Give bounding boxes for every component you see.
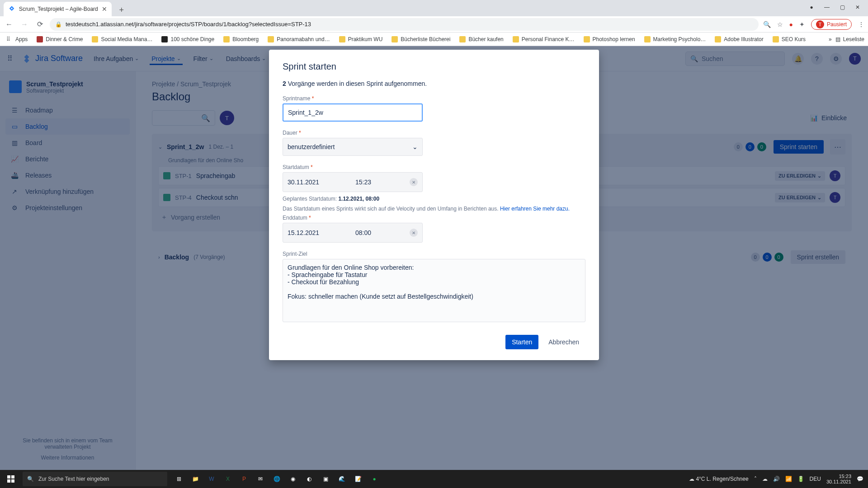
startdate-label: Startdatum * <box>283 164 585 170</box>
svg-rect-0 <box>7 475 10 479</box>
bookmark-item[interactable]: Bloomberg <box>221 36 261 42</box>
duration-select[interactable]: benutzerdefiniert⌄ <box>283 138 423 156</box>
bookmarks-bar: ⠿Apps Dinner & Crime Social Media Mana… … <box>0 33 868 46</box>
velocity-helper: Das Startdatum eines Sprints wirkt sich … <box>283 206 585 212</box>
onedrive-icon[interactable]: ☁ <box>762 476 768 482</box>
chevron-down-icon: ⌄ <box>412 143 418 150</box>
jira-favicon-icon <box>8 5 15 13</box>
apps-shortcut[interactable]: ⠿Apps <box>4 36 30 42</box>
profile-paused[interactable]: TPausiert <box>811 19 852 30</box>
clear-date-icon[interactable]: ✕ <box>410 229 418 237</box>
notepad-icon[interactable]: 📝 <box>351 472 365 486</box>
wifi-icon[interactable]: 📶 <box>785 476 792 482</box>
bookmark-item[interactable]: SEO Kurs <box>770 36 808 42</box>
start-button[interactable]: Starten <box>505 335 538 349</box>
reading-list-icon: ▤ <box>835 36 840 42</box>
browser-tab[interactable]: Scrum_Testprojekt – Agile-Board ✕ <box>4 2 112 16</box>
maximize-button[interactable]: ▢ <box>835 4 849 10</box>
windows-search[interactable]: 🔍Zur Suche Text hier eingeben <box>23 472 167 486</box>
cancel-button[interactable]: Abbrechen <box>542 335 585 349</box>
excel-icon[interactable]: X <box>221 472 235 486</box>
app-icon[interactable]: ◐ <box>302 472 316 486</box>
sprintname-input[interactable] <box>283 103 423 122</box>
bookmark-item[interactable]: 100 schöne Dinge <box>159 36 217 42</box>
minimize-button[interactable]: — <box>820 4 834 10</box>
enddate-label: Enddatum * <box>283 215 585 221</box>
end-date-input[interactable] <box>283 229 351 236</box>
reload-button[interactable]: ⟳ <box>34 19 45 30</box>
chrome-icon[interactable]: 🌐 <box>269 472 284 486</box>
svg-rect-1 <box>11 475 14 479</box>
start-sprint-modal: Sprint starten 2 Vorgänge werden in dies… <box>269 50 599 360</box>
browser-tab-bar: Scrum_Testprojekt – Agile-Board ✕ + ● — … <box>0 0 868 16</box>
svg-rect-3 <box>11 479 14 483</box>
clear-date-icon[interactable]: ✕ <box>410 178 418 186</box>
tray-chevron-icon[interactable]: ˄ <box>754 476 757 482</box>
edge-icon[interactable]: 🌊 <box>335 472 349 486</box>
word-icon[interactable]: W <box>204 472 219 486</box>
sprintname-label: Sprintname * <box>283 95 585 102</box>
mail-icon[interactable]: ✉ <box>253 472 268 486</box>
bookmark-item[interactable]: Marketing Psycholo… <box>642 36 709 42</box>
start-date-input[interactable] <box>283 178 351 186</box>
volume-icon[interactable]: 🔊 <box>773 476 780 482</box>
zoom-icon[interactable]: 🔍 <box>763 21 771 28</box>
close-window-button[interactable]: ✕ <box>851 4 864 10</box>
url-input[interactable]: 🔒 testdeutsch1.atlassian.net/jira/softwa… <box>50 18 759 31</box>
learn-more-link[interactable]: Hier erfahren Sie mehr dazu. <box>500 206 570 212</box>
planned-start-helper: Geplantes Startdatum: 1.12.2021, 08:00 <box>283 196 585 202</box>
spotify-icon[interactable]: ● <box>367 472 382 486</box>
apps-icon: ⠿ <box>6 36 13 42</box>
battery-icon[interactable]: 🔋 <box>797 476 804 482</box>
menu-icon[interactable]: ⋮ <box>858 21 864 28</box>
bookmark-item[interactable]: Social Media Mana… <box>89 36 155 42</box>
url-text: testdeutsch1.atlassian.net/jira/software… <box>66 21 311 28</box>
modal-overlay: Sprint starten 2 Vorgänge werden in dies… <box>0 46 868 470</box>
obs-icon[interactable]: ◉ <box>286 472 300 486</box>
bookmark-item[interactable]: Personal Finance K… <box>510 36 577 42</box>
reading-list[interactable]: ▤Leseliste <box>835 36 864 42</box>
search-icon: 🔍 <box>27 476 34 482</box>
start-time-input[interactable] <box>351 178 392 186</box>
modal-info: 2 Vorgänge werden in diesen Sprint aufge… <box>283 80 585 87</box>
address-bar: ← → ⟳ 🔒 testdeutsch1.atlassian.net/jira/… <box>0 16 868 33</box>
back-button[interactable]: ← <box>4 19 14 30</box>
task-view-icon[interactable]: ⊞ <box>172 472 186 486</box>
extensions-icon[interactable]: ✦ <box>799 21 805 28</box>
app-icon[interactable]: ▣ <box>318 472 333 486</box>
powerpoint-icon[interactable]: P <box>237 472 251 486</box>
bookmark-item[interactable]: Dinner & Crime <box>34 36 85 42</box>
window-controls: ● — ▢ ✕ <box>801 0 868 14</box>
notifications-tray-icon[interactable]: 💬 <box>857 476 863 482</box>
tab-close-icon[interactable]: ✕ <box>102 5 107 13</box>
bookmark-item[interactable]: Praktikum WU <box>336 36 386 42</box>
sprint-goal-textarea[interactable] <box>283 259 585 322</box>
start-button[interactable] <box>0 470 22 488</box>
weather-widget[interactable]: ☁ 4°C L. Regen/Schnee <box>689 476 749 482</box>
bookmark-item[interactable]: Bücher kaufen <box>457 36 506 42</box>
end-time-input[interactable] <box>351 229 392 236</box>
windows-icon <box>7 475 14 483</box>
explorer-icon[interactable]: 📁 <box>188 472 203 486</box>
svg-rect-2 <box>7 479 10 483</box>
bookmark-star-icon[interactable]: ☆ <box>777 21 783 28</box>
bookmark-item[interactable]: Photoshop lernen <box>581 36 638 42</box>
duration-label: Dauer * <box>283 130 585 136</box>
bookmark-item[interactable]: Adobe Illustrator <box>712 36 766 42</box>
windows-taskbar: 🔍Zur Suche Text hier eingeben ⊞ 📁 W X P … <box>0 470 868 488</box>
forward-button[interactable]: → <box>19 19 30 30</box>
account-dot-icon[interactable]: ● <box>805 4 818 10</box>
bookmark-item[interactable]: Panoramabahn und… <box>265 36 332 42</box>
modal-title: Sprint starten <box>283 61 585 72</box>
lock-icon: 🔒 <box>55 21 62 28</box>
language-indicator[interactable]: DEU <box>810 476 821 482</box>
overflow-bookmarks[interactable]: » <box>829 36 832 42</box>
sprint-goal-label: Sprint-Ziel <box>283 251 585 257</box>
clock[interactable]: 15:2330.11.2021 <box>826 474 851 484</box>
new-tab-button[interactable]: + <box>115 4 128 16</box>
tab-title: Scrum_Testprojekt – Agile-Board <box>19 6 98 12</box>
adblock-icon[interactable]: ● <box>789 21 793 28</box>
bookmark-item[interactable]: Bücherliste Bücherei <box>389 36 453 42</box>
